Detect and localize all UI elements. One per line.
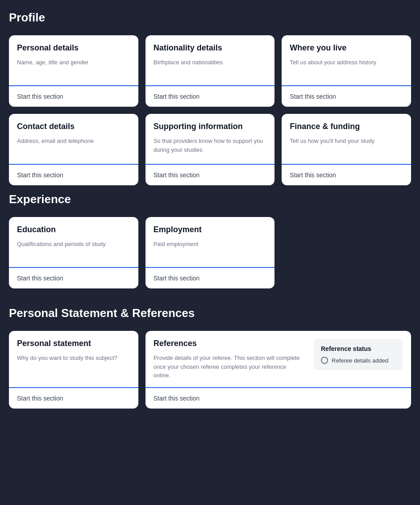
personal-statement-card: Personal statement Why do you want to st… <box>9 331 138 409</box>
education-body: Education Qualifications and periods of … <box>9 217 138 267</box>
finance-funding-body: Finance & funding Tell us how you'll fun… <box>282 114 411 164</box>
personal-statement-footer[interactable]: Start this section <box>9 387 138 409</box>
references-title: References <box>154 339 305 348</box>
referee-details-label: Referee details added <box>332 357 388 364</box>
supporting-information-footer[interactable]: Start this section <box>146 164 275 185</box>
personal-details-desc: Name, age, title and gender <box>17 58 130 67</box>
employment-body: Employment Paid employment <box>146 217 275 267</box>
profile-cards-grid: Personal details Name, age, title and ge… <box>9 35 411 185</box>
references-left: References Provide details of your refer… <box>154 339 305 380</box>
supporting-information-body: Supporting information So that providers… <box>146 114 275 164</box>
where-you-live-cta[interactable]: Start this section <box>290 93 336 100</box>
supporting-information-title: Supporting information <box>154 122 267 131</box>
education-footer[interactable]: Start this section <box>9 267 138 288</box>
employment-footer[interactable]: Start this section <box>146 267 275 288</box>
references-cta[interactable]: Start this section <box>154 395 200 402</box>
referee-details-radio[interactable] <box>321 357 328 364</box>
education-card: Education Qualifications and periods of … <box>9 217 138 288</box>
personal-statement-body: Personal statement Why do you want to st… <box>9 331 138 387</box>
personal-statement-cta[interactable]: Start this section <box>17 395 63 402</box>
where-you-live-body: Where you live Tell us about your addres… <box>282 35 411 85</box>
personal-details-footer[interactable]: Start this section <box>9 85 138 107</box>
personal-statement-desc: Why do you want to study this subject? <box>17 354 130 363</box>
education-cta[interactable]: Start this section <box>17 275 63 282</box>
references-desc: Provide details of your referee. This se… <box>154 354 305 380</box>
finance-funding-title: Finance & funding <box>290 122 403 131</box>
contact-details-cta[interactable]: Start this section <box>17 171 63 179</box>
employment-title: Employment <box>154 225 267 234</box>
nationality-details-title: Nationality details <box>154 43 267 53</box>
nationality-details-footer[interactable]: Start this section <box>146 85 275 107</box>
personal-details-card: Personal details Name, age, title and ge… <box>9 35 138 107</box>
where-you-live-footer[interactable]: Start this section <box>282 85 411 107</box>
reference-status-title: Reference status <box>321 345 396 352</box>
contact-details-desc: Address, email and telephone <box>17 137 130 146</box>
finance-funding-desc: Tell us how you'll fund your study <box>290 137 403 146</box>
personal-statement-cards-grid: Personal statement Why do you want to st… <box>9 331 411 409</box>
nationality-details-desc: Birthplace and nationalities <box>154 58 267 67</box>
contact-details-title: Contact details <box>17 122 130 131</box>
finance-funding-cta[interactable]: Start this section <box>290 171 336 179</box>
employment-cta[interactable]: Start this section <box>154 275 200 282</box>
supporting-information-cta[interactable]: Start this section <box>154 171 200 179</box>
contact-details-body: Contact details Address, email and telep… <box>9 114 138 164</box>
personal-statement-heading: Personal Statement & References <box>9 306 411 320</box>
employment-card: Employment Paid employment Start this se… <box>146 217 275 288</box>
contact-details-footer[interactable]: Start this section <box>9 164 138 185</box>
contact-details-card: Contact details Address, email and telep… <box>9 114 138 185</box>
personal-statement-title: Personal statement <box>17 339 130 348</box>
reference-status-item: Referee details added <box>321 357 396 364</box>
finance-funding-card: Finance & funding Tell us how you'll fun… <box>282 114 411 185</box>
employment-desc: Paid employment <box>154 240 267 249</box>
finance-funding-footer[interactable]: Start this section <box>282 164 411 185</box>
supporting-information-desc: So that providers know how to support yo… <box>154 137 267 154</box>
reference-status-box: Reference status Referee details added <box>314 339 403 370</box>
nationality-details-cta[interactable]: Start this section <box>154 93 200 100</box>
where-you-live-card: Where you live Tell us about your addres… <box>282 35 411 107</box>
where-you-live-title: Where you live <box>290 43 403 53</box>
personal-details-cta[interactable]: Start this section <box>17 93 63 100</box>
profile-heading: Profile <box>9 11 411 25</box>
personal-details-body: Personal details Name, age, title and ge… <box>9 35 138 85</box>
references-footer[interactable]: Start this section <box>146 387 411 409</box>
references-card: References Provide details of your refer… <box>146 331 411 409</box>
nationality-details-card: Nationality details Birthplace and natio… <box>146 35 275 107</box>
nationality-details-body: Nationality details Birthplace and natio… <box>146 35 275 85</box>
where-you-live-desc: Tell us about your address history <box>290 58 403 67</box>
supporting-information-card: Supporting information So that providers… <box>146 114 275 185</box>
personal-details-title: Personal details <box>17 43 130 53</box>
references-body: References Provide details of your refer… <box>146 331 411 387</box>
education-desc: Qualifications and periods of study <box>17 240 130 249</box>
education-title: Education <box>17 225 130 234</box>
experience-heading: Experience <box>9 192 411 206</box>
experience-cards-grid: Education Qualifications and periods of … <box>9 217 411 288</box>
